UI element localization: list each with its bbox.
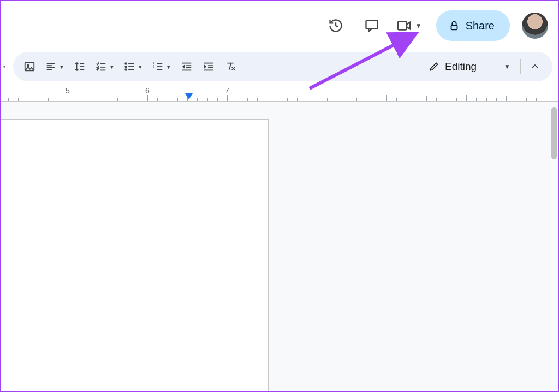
toolbar-row: ▼ ▼ ▼ 1 <box>1 50 558 83</box>
align-left-icon <box>45 61 57 73</box>
svg-point-5 <box>27 65 29 67</box>
pencil-icon <box>429 61 439 72</box>
clear-formatting-button[interactable] <box>222 57 239 76</box>
bulleted-list-button[interactable]: ▼ <box>121 57 145 76</box>
comments-button[interactable] <box>360 14 384 38</box>
document-canvas[interactable] <box>1 102 558 392</box>
ruler-number: 5 <box>66 86 70 95</box>
share-button[interactable]: Share <box>436 10 510 41</box>
lock-icon <box>448 20 460 32</box>
svg-point-20 <box>125 69 127 70</box>
bulleted-list-icon <box>123 61 135 73</box>
checklist-icon <box>95 61 107 73</box>
collapse-toolbar-button[interactable] <box>525 57 545 76</box>
svg-rect-2 <box>451 25 457 29</box>
decrease-indent-button[interactable] <box>178 57 195 76</box>
history-icon <box>328 18 343 33</box>
caret-down-icon: ▼ <box>59 64 64 70</box>
ruler-number: 6 <box>145 86 150 95</box>
document-page[interactable] <box>1 119 269 392</box>
svg-rect-1 <box>397 22 406 30</box>
line-spacing-button[interactable] <box>71 57 88 76</box>
vertical-scrollbar-thumb[interactable] <box>551 107 557 159</box>
video-camera-icon <box>396 17 412 34</box>
checklist-button[interactable]: ▼ <box>93 57 117 76</box>
svg-point-16 <box>125 63 127 64</box>
caret-down-icon: ▼ <box>413 20 424 32</box>
clear-formatting-icon <box>224 61 236 73</box>
share-button-label: Share <box>466 20 495 32</box>
align-button[interactable]: ▼ <box>43 57 67 76</box>
decrease-indent-icon <box>181 61 193 73</box>
plus-icon <box>1 60 8 73</box>
caret-down-icon: ▼ <box>138 64 143 70</box>
toolbar: ▼ ▼ ▼ 1 <box>13 52 552 81</box>
insert-image-button[interactable] <box>21 57 38 76</box>
titlebar: ▼ Share <box>1 1 558 50</box>
editing-mode-button[interactable]: Editing ▼ <box>421 56 516 78</box>
ruler-number: 7 <box>225 86 229 95</box>
svg-text:3: 3 <box>153 67 155 71</box>
increase-indent-icon <box>203 61 215 73</box>
increase-indent-button[interactable] <box>200 57 217 76</box>
insert-image-icon <box>23 61 35 73</box>
caret-down-icon: ▼ <box>504 63 510 70</box>
caret-down-icon: ▼ <box>166 64 171 70</box>
meet-button[interactable]: ▼ <box>396 17 424 34</box>
chevron-up-icon <box>530 62 540 72</box>
svg-point-18 <box>125 66 127 68</box>
svg-rect-0 <box>366 21 377 29</box>
toolbar-divider <box>520 59 521 74</box>
version-history-button[interactable] <box>324 14 348 38</box>
insert-break-button[interactable] <box>1 57 8 76</box>
chat-bubble-icon <box>364 18 379 33</box>
numbered-list-icon: 1 2 3 <box>152 61 164 73</box>
line-spacing-icon <box>74 61 86 73</box>
editing-mode-label: Editing <box>445 61 477 73</box>
numbered-list-button[interactable]: 1 2 3 ▼ <box>150 57 174 76</box>
right-margin-marker[interactable] <box>185 93 193 99</box>
caret-down-icon: ▼ <box>109 64 115 70</box>
horizontal-ruler[interactable]: 5 6 7 <box>1 86 558 102</box>
account-avatar[interactable] <box>522 13 548 39</box>
